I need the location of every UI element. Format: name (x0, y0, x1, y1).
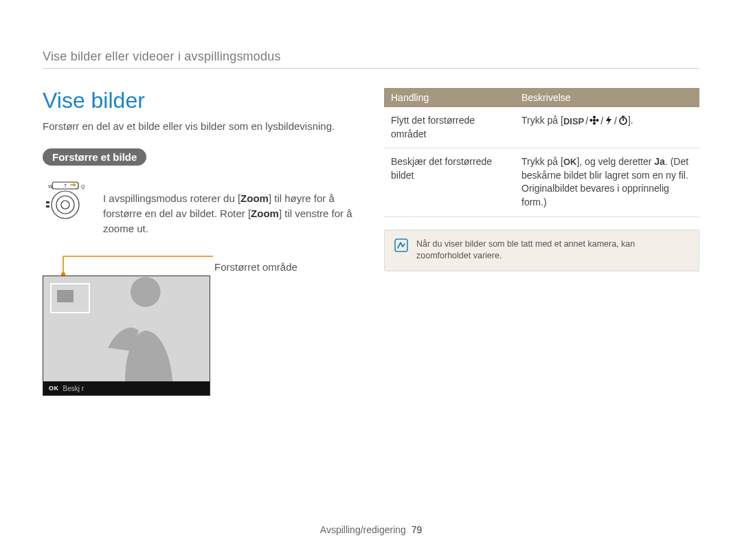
zoom-dial-t-label: T (64, 183, 67, 188)
flash-icon (605, 115, 613, 126)
left-column: Vise bilder Forstørr en del av et bilde … (43, 88, 358, 396)
svg-point-9 (593, 116, 596, 119)
zoom-indicator-inner (57, 290, 74, 302)
preview-wrapper: OK Beskj r (43, 276, 210, 396)
callout-label: Forstørret område (43, 261, 358, 273)
preview-bar-label: Beskj r (63, 385, 85, 392)
table-header-description: Beskrivelse (515, 88, 699, 107)
preview-bottom-bar: OK Beskj r (43, 381, 210, 395)
disp-icon: DISP (563, 117, 584, 126)
zoom-dial-icon: W T Q (43, 181, 91, 222)
ok-icon: OK (563, 157, 577, 166)
svg-point-8 (593, 119, 596, 122)
right-column: Handling Beskrivelse Flytt det forstørre… (384, 88, 699, 396)
camera-preview: OK Beskj r (43, 276, 210, 396)
description-cell: Trykk på [ DISP/// ]. (515, 107, 699, 148)
zoom-instruction-row: W T Q I avspillingsmodus roterer du [Zoo… (43, 181, 358, 246)
footer-page-number: 79 (412, 524, 423, 535)
action-cell: Flytt det forstørrede området (384, 107, 515, 148)
page-title: Vise bilder (43, 88, 358, 113)
action-table: Handling Beskrivelse Flytt det forstørre… (384, 88, 699, 217)
timer-icon (618, 115, 628, 126)
svg-rect-5 (46, 205, 49, 208)
note-text: Når du viser bilder som ble tatt med et … (416, 238, 689, 262)
ok-icon: OK (49, 385, 59, 392)
zoom-dial-q-label: Q (81, 184, 85, 190)
table-row: Flytt det forstørrede området Trykk på [… (384, 107, 699, 148)
zoom-instruction-text: I avspillingsmodus roterer du [Zoom] til… (103, 191, 358, 236)
svg-rect-4 (46, 201, 49, 203)
description-cell: Trykk på [OK], og velg deretter Ja. (Det… (515, 148, 699, 216)
action-cell: Beskjær det forstørrede bildet (384, 148, 515, 216)
intro-text: Forstørr en del av et bilde eller vis bi… (43, 120, 358, 132)
zoom-indicator-frame (50, 283, 90, 313)
svg-point-11 (590, 119, 593, 122)
flower-icon (589, 115, 599, 126)
svg-point-3 (61, 201, 69, 209)
svg-point-12 (596, 119, 599, 122)
footer-section: Avspilling/redigering (320, 524, 406, 535)
table-row: Beskjær det forstørrede bildet Trykk på … (384, 148, 699, 216)
subsection-pill: Forstørre et bilde (43, 148, 146, 166)
page: Vise bilder eller videoer i avspillingsm… (0, 0, 742, 560)
two-column-layout: Vise bilder Forstørr en del av et bilde … (43, 88, 699, 396)
direction-icons: DISP/// (563, 115, 628, 128)
note-box: Når du viser bilder som ble tatt med et … (384, 229, 699, 271)
svg-point-10 (593, 122, 596, 125)
zoom-dial-w-label: W (48, 184, 53, 189)
note-info-icon (394, 238, 408, 252)
breadcrumb: Vise bilder eller videoer i avspillingsm… (43, 49, 699, 69)
page-footer: Avspilling/redigering 79 (0, 524, 742, 535)
table-header-action: Handling (384, 88, 515, 107)
